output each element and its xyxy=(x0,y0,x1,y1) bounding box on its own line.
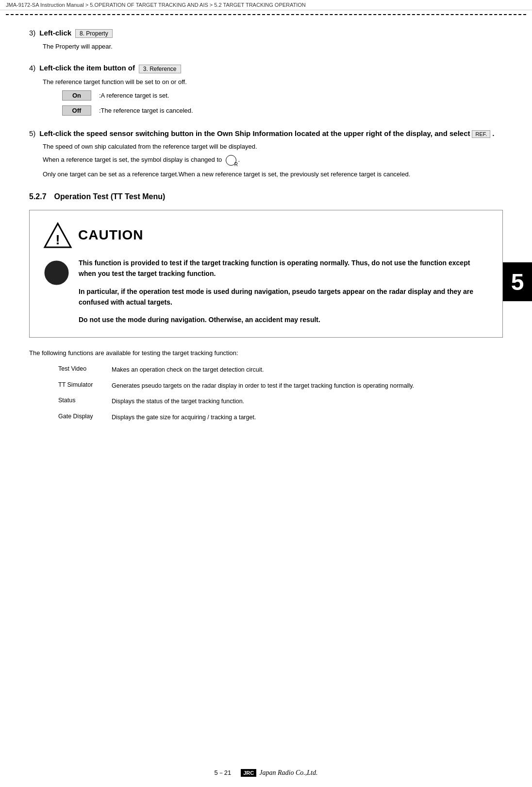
step-5-action-end: . xyxy=(492,129,494,137)
dashed-divider xyxy=(6,14,526,15)
step-5-desc1: The speed of own ship calculated from th… xyxy=(43,143,503,150)
step-5: 5) Left-click the speed sensor switching… xyxy=(29,129,503,178)
caution-header: ! CAUTION xyxy=(43,222,489,249)
page-number: 5－21 xyxy=(215,769,232,777)
function-desc: Generates pseudo targets on the radar di… xyxy=(112,381,414,391)
off-button[interactable]: Off xyxy=(62,105,91,116)
caution-para2: In particular, if the operation test mod… xyxy=(79,286,489,308)
caution-box: ! CAUTION This function is provided to t… xyxy=(29,210,503,338)
jrc-logo: JRC Japan Radio Co.,Ltd. xyxy=(241,769,317,777)
following-text: The following functions are available fo… xyxy=(29,349,503,357)
step-3: 3) Left-click 8. Property The Property w… xyxy=(29,29,503,50)
jrc-name: Japan Radio Co.,Ltd. xyxy=(259,769,317,777)
caution-body: This function is provided to test if the… xyxy=(43,257,489,325)
reference-target-symbol: R xyxy=(226,155,236,166)
step-4-number: 4) xyxy=(29,64,35,72)
step-4: 4) Left-click the item button of 3. Refe… xyxy=(29,64,503,115)
property-button[interactable]: 8. Property xyxy=(75,29,113,38)
function-row: StatusDisplays the status of the target … xyxy=(58,397,503,406)
function-desc: Makes an operation check on the target d… xyxy=(112,365,264,375)
page-wrapper: JMA-9172-SA Instruction Manual > 5.OPERA… xyxy=(0,0,532,787)
off-row: Off :The reference target is canceled. xyxy=(62,105,503,116)
function-row: TT SimulatorGenerates pseudo targets on … xyxy=(58,381,503,391)
section-527-title: Operation Test (TT Test Menu) xyxy=(54,192,166,201)
caution-triangle-icon: ! xyxy=(43,222,72,249)
ref-badge[interactable]: REF. xyxy=(472,130,490,138)
caution-para3: Do not use the mode during navigation. O… xyxy=(79,314,489,325)
step-3-number: 3) xyxy=(29,29,35,37)
function-name: Gate Display xyxy=(58,413,112,422)
function-table: Test VideoMakes an operation check on th… xyxy=(58,365,503,422)
breadcrumb: JMA-9172-SA Instruction Manual > 5.OPERA… xyxy=(0,0,532,10)
on-desc: :A reference target is set. xyxy=(99,92,169,99)
step-4-body: The reference target function will be se… xyxy=(43,78,503,116)
section-527-number: 5.2.7 xyxy=(29,192,47,201)
caution-para1: This function is provided to test if the… xyxy=(79,257,489,279)
step-4-action: Left-click the item button of xyxy=(39,64,135,72)
step-5-action: Left-click the speed sensor switching bu… xyxy=(39,129,470,137)
step-5-body: The speed of own ship calculated from th… xyxy=(43,143,503,178)
step-3-action: Left-click xyxy=(39,29,71,37)
function-desc: Displays the status of the target tracki… xyxy=(112,397,244,406)
step-3-body: The Property will appear. xyxy=(43,43,503,50)
svg-point-2 xyxy=(45,261,68,284)
step-4-desc: The reference target function will be se… xyxy=(43,78,503,86)
off-desc: :The reference target is canceled. xyxy=(99,107,193,114)
on-off-table: On :A reference target is set. Off :The … xyxy=(62,90,503,116)
function-row: Test VideoMakes an operation check on th… xyxy=(58,365,503,375)
main-content: 3) Left-click 8. Property The Property w… xyxy=(0,19,532,439)
svg-text:!: ! xyxy=(55,232,60,247)
footer: 5－21 JRC Japan Radio Co.,Ltd. xyxy=(0,769,532,777)
caution-title: CAUTION xyxy=(78,227,144,243)
reference-button[interactable]: 3. Reference xyxy=(139,65,181,73)
step-5-desc2: When a reference target is set, the symb… xyxy=(43,155,503,166)
step-5-number: 5) xyxy=(29,129,35,137)
function-name: TT Simulator xyxy=(58,381,112,391)
chapter-badge: 5 xyxy=(503,262,532,301)
function-desc: Displays the gate size for acquiring / t… xyxy=(112,413,256,422)
section-527-heading: 5.2.7 Operation Test (TT Test Menu) xyxy=(29,192,503,201)
no-symbol-icon xyxy=(43,259,70,286)
on-row: On :A reference target is set. xyxy=(62,90,503,101)
caution-text: This function is provided to test if the… xyxy=(79,257,489,325)
function-row: Gate DisplayDisplays the gate size for a… xyxy=(58,413,503,422)
jrc-box: JRC xyxy=(241,769,256,777)
step-5-desc3: Only one target can be set as a referenc… xyxy=(43,171,503,178)
step-3-desc: The Property will appear. xyxy=(43,43,503,50)
on-button[interactable]: On xyxy=(62,90,91,101)
function-name: Test Video xyxy=(58,365,112,375)
function-name: Status xyxy=(58,397,112,406)
